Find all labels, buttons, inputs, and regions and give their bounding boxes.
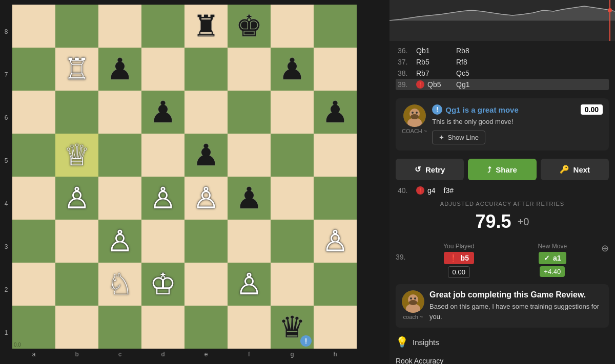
- square-f6[interactable]: [228, 91, 271, 134]
- square-e1[interactable]: [184, 306, 228, 349]
- square-c6[interactable]: [98, 91, 141, 134]
- mistake-badge-40w: ❗: [416, 186, 424, 195]
- square-e7[interactable]: [184, 48, 228, 91]
- show-line-button[interactable]: ✦ Show Line: [432, 131, 485, 144]
- move-row-36[interactable]: 36. Qb1 Rb8: [396, 45, 609, 56]
- square-a6[interactable]: [12, 91, 55, 134]
- square-a1[interactable]: 0.0: [12, 306, 55, 349]
- retry-button[interactable]: ↺ Retry: [396, 159, 464, 180]
- file-b: b: [55, 349, 98, 360]
- square-d6[interactable]: ♟: [141, 91, 184, 134]
- square-b8[interactable]: [55, 5, 98, 48]
- square-a2[interactable]: [12, 263, 55, 306]
- square-a4[interactable]: [12, 177, 55, 220]
- square-f7[interactable]: [228, 48, 271, 91]
- piece-b5: ♕: [64, 140, 90, 170]
- square-h6[interactable]: ♟: [314, 91, 357, 134]
- square-e2[interactable]: [184, 263, 228, 306]
- square-c7[interactable]: ♟: [98, 48, 141, 91]
- piece-f4: ♟: [236, 183, 262, 213]
- zoom-area[interactable]: ⊕: [601, 243, 609, 256]
- move-comparison: 39. You Played ❗ b5 0.00 New Move ✓ a1 +…: [389, 243, 615, 282]
- next-button[interactable]: 🔑 Next: [541, 159, 609, 180]
- square-g7[interactable]: ♟: [271, 48, 314, 91]
- square-g4[interactable]: [271, 177, 314, 220]
- square-h7[interactable]: [314, 48, 357, 91]
- square-a8[interactable]: [12, 5, 55, 48]
- square-b5[interactable]: ♕: [55, 134, 98, 177]
- square-c4[interactable]: [98, 177, 141, 220]
- square-g3[interactable]: [271, 220, 314, 263]
- square-c8[interactable]: [98, 5, 141, 48]
- square-h5[interactable]: [314, 134, 357, 177]
- square-f3[interactable]: [228, 220, 271, 263]
- square-d3[interactable]: [141, 220, 184, 263]
- square-a5[interactable]: [12, 134, 55, 177]
- square-e8[interactable]: ♜: [184, 5, 228, 48]
- square-d7[interactable]: [141, 48, 184, 91]
- svg-point-7: [412, 112, 414, 114]
- square-d4[interactable]: ♙: [141, 177, 184, 220]
- square-b1[interactable]: [55, 306, 98, 349]
- square-e6[interactable]: [184, 91, 228, 134]
- move-38-white: Rb7: [416, 69, 452, 77]
- rook-accuracy-section[interactable]: Rook Accuracy: [389, 354, 615, 364]
- share-icon: ⤴: [487, 165, 491, 174]
- analysis-title: Qg1 is a great move: [445, 105, 519, 114]
- square-d1[interactable]: [141, 306, 184, 349]
- move-38-black: Qc5: [456, 69, 469, 77]
- piece-b7: ♖: [64, 54, 90, 84]
- move-row-40[interactable]: 40. ❗ g4 f3#: [389, 184, 615, 197]
- square-e3[interactable]: [184, 220, 228, 263]
- square-h2[interactable]: [314, 263, 357, 306]
- square-f2[interactable]: ♙: [228, 263, 271, 306]
- square-d8[interactable]: [141, 5, 184, 48]
- square-h3[interactable]: ♙: [314, 220, 357, 263]
- square-c3[interactable]: ♙: [98, 220, 141, 263]
- coach-msg-text: Based on this game, I have some training…: [429, 302, 603, 322]
- square-c5[interactable]: [98, 134, 141, 177]
- square-d5[interactable]: [141, 134, 184, 177]
- accuracy-delta: +0: [518, 216, 529, 228]
- square-g6[interactable]: [271, 91, 314, 134]
- chessboard[interactable]: ♜♚♖♟♟♟♟♕♟♙♙♙♟♙♙♘♔♙0.0♛!: [12, 5, 357, 349]
- new-score: +4.40: [540, 266, 565, 277]
- square-f8[interactable]: ♚: [228, 5, 271, 48]
- square-g8[interactable]: [271, 5, 314, 48]
- square-g5[interactable]: [271, 134, 314, 177]
- you-played-col: You Played ❗ b5 0.00: [414, 243, 504, 278]
- move-num-40: 40.: [398, 186, 412, 195]
- square-h8[interactable]: [314, 5, 357, 48]
- square-e5[interactable]: ♟: [184, 134, 228, 177]
- new-move-col: New Move ✓ a1 +4.40: [508, 243, 598, 277]
- insights-row[interactable]: 💡 Insights: [396, 332, 609, 352]
- zoom-icon[interactable]: ⊕: [601, 243, 609, 254]
- piece-g7: ♟: [279, 54, 305, 84]
- square-h1[interactable]: [314, 306, 357, 349]
- square-b7[interactable]: ♖: [55, 48, 98, 91]
- graph-area: [389, 0, 615, 41]
- square-b6[interactable]: [55, 91, 98, 134]
- move-num-36: 36.: [398, 47, 412, 55]
- piece-d2: ♔: [150, 269, 176, 299]
- square-b3[interactable]: [55, 220, 98, 263]
- square-b2[interactable]: [55, 263, 98, 306]
- share-button[interactable]: ⤴ Share: [468, 159, 536, 180]
- square-g1[interactable]: ♛!: [271, 306, 314, 349]
- square-a7[interactable]: [12, 48, 55, 91]
- move-row-39[interactable]: 39. ❗ Qb5 Qg1: [396, 79, 609, 90]
- square-f5[interactable]: [228, 134, 271, 177]
- square-a3[interactable]: [12, 220, 55, 263]
- square-c1[interactable]: [98, 306, 141, 349]
- square-g2[interactable]: [271, 263, 314, 306]
- square-f1[interactable]: [228, 306, 271, 349]
- square-c2[interactable]: ♘: [98, 263, 141, 306]
- square-b4[interactable]: ♙: [55, 177, 98, 220]
- square-f4[interactable]: ♟: [228, 177, 271, 220]
- move-row-37[interactable]: 37. Rb5 Rf8: [396, 56, 609, 68]
- coach-msg-title: Great job completing this Game Review.: [429, 290, 603, 299]
- move-row-38[interactable]: 38. Rb7 Qc5: [396, 68, 609, 79]
- square-d2[interactable]: ♔: [141, 263, 184, 306]
- square-h4[interactable]: [314, 177, 357, 220]
- square-e4[interactable]: ♙: [184, 177, 228, 220]
